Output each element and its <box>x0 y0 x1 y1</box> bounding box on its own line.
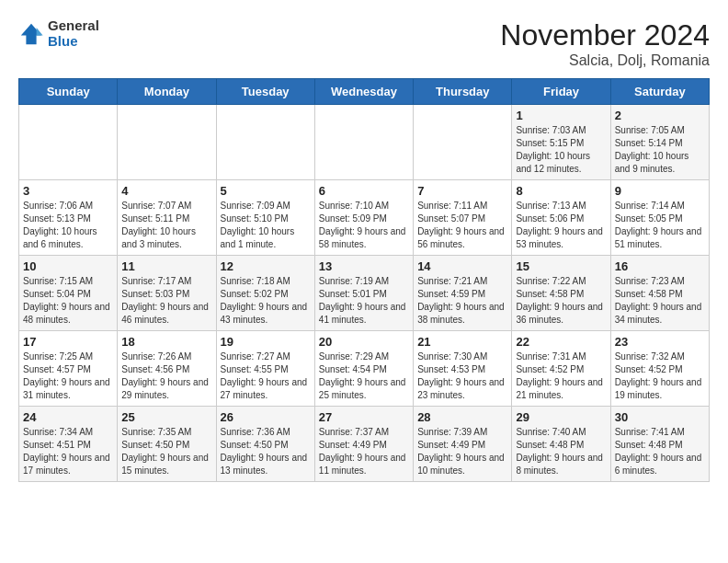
weekday-header: Thursday <box>414 79 512 105</box>
day-info: Sunrise: 7:37 AM Sunset: 4:49 PM Dayligh… <box>319 426 409 477</box>
weekday-header: Tuesday <box>216 79 314 105</box>
calendar-cell: 12Sunrise: 7:18 AM Sunset: 5:02 PM Dayli… <box>216 256 314 331</box>
calendar-body: 1Sunrise: 7:03 AM Sunset: 5:15 PM Daylig… <box>19 105 710 482</box>
calendar-cell: 26Sunrise: 7:36 AM Sunset: 4:50 PM Dayli… <box>216 407 314 482</box>
day-number: 13 <box>319 259 409 273</box>
day-number: 12 <box>221 259 311 273</box>
day-info: Sunrise: 7:40 AM Sunset: 4:48 PM Dayligh… <box>516 426 606 477</box>
calendar-cell: 7Sunrise: 7:11 AM Sunset: 5:07 PM Daylig… <box>414 180 512 256</box>
day-number: 22 <box>516 335 606 349</box>
day-info: Sunrise: 7:41 AM Sunset: 4:48 PM Dayligh… <box>615 426 705 477</box>
calendar-cell: 19Sunrise: 7:27 AM Sunset: 4:55 PM Dayli… <box>216 331 314 407</box>
day-info: Sunrise: 7:13 AM Sunset: 5:06 PM Dayligh… <box>516 200 606 251</box>
calendar-week-row: 17Sunrise: 7:25 AM Sunset: 4:57 PM Dayli… <box>19 331 710 407</box>
logo-text: General Blue <box>48 18 99 49</box>
day-number: 27 <box>319 410 409 424</box>
calendar-cell: 29Sunrise: 7:40 AM Sunset: 4:48 PM Dayli… <box>512 407 610 482</box>
day-info: Sunrise: 7:21 AM Sunset: 4:59 PM Dayligh… <box>417 275 507 327</box>
day-number: 29 <box>516 410 606 424</box>
logo-icon <box>18 21 44 47</box>
calendar-cell: 1Sunrise: 7:03 AM Sunset: 5:15 PM Daylig… <box>512 105 610 180</box>
weekday-header: Sunday <box>19 79 118 105</box>
calendar-cell: 14Sunrise: 7:21 AM Sunset: 4:59 PM Dayli… <box>414 256 512 331</box>
calendar-cell: 22Sunrise: 7:31 AM Sunset: 4:52 PM Dayli… <box>512 331 610 407</box>
day-info: Sunrise: 7:32 AM Sunset: 4:52 PM Dayligh… <box>615 350 705 402</box>
day-number: 20 <box>319 335 409 349</box>
day-number: 23 <box>615 335 705 349</box>
location-title: Salcia, Dolj, Romania <box>500 52 710 69</box>
month-title: November 2024 <box>500 18 710 52</box>
day-number: 16 <box>615 259 705 273</box>
calendar-cell: 10Sunrise: 7:15 AM Sunset: 5:04 PM Dayli… <box>19 256 118 331</box>
calendar-cell <box>314 105 413 180</box>
day-number: 26 <box>221 410 311 424</box>
logo-blue-text: Blue <box>48 34 99 50</box>
logo: General Blue <box>18 18 99 49</box>
day-info: Sunrise: 7:06 AM Sunset: 5:13 PM Dayligh… <box>23 200 113 251</box>
day-info: Sunrise: 7:23 AM Sunset: 4:58 PM Dayligh… <box>615 275 705 327</box>
calendar-table: SundayMondayTuesdayWednesdayThursdayFrid… <box>18 78 710 482</box>
calendar-cell: 28Sunrise: 7:39 AM Sunset: 4:49 PM Dayli… <box>414 407 512 482</box>
calendar-cell: 9Sunrise: 7:14 AM Sunset: 5:05 PM Daylig… <box>610 180 709 256</box>
day-info: Sunrise: 7:27 AM Sunset: 4:55 PM Dayligh… <box>221 350 311 402</box>
day-number: 9 <box>615 184 705 198</box>
day-info: Sunrise: 7:11 AM Sunset: 5:07 PM Dayligh… <box>417 200 507 251</box>
calendar-cell: 24Sunrise: 7:34 AM Sunset: 4:51 PM Dayli… <box>19 407 118 482</box>
calendar-week-row: 24Sunrise: 7:34 AM Sunset: 4:51 PM Dayli… <box>19 407 710 482</box>
day-number: 4 <box>121 184 211 198</box>
calendar-cell: 30Sunrise: 7:41 AM Sunset: 4:48 PM Dayli… <box>610 407 709 482</box>
calendar-cell: 5Sunrise: 7:09 AM Sunset: 5:10 PM Daylig… <box>216 180 314 256</box>
day-number: 1 <box>516 109 606 122</box>
day-number: 10 <box>23 259 113 273</box>
calendar-cell <box>19 105 118 180</box>
day-info: Sunrise: 7:09 AM Sunset: 5:10 PM Dayligh… <box>221 200 311 251</box>
calendar-cell: 23Sunrise: 7:32 AM Sunset: 4:52 PM Dayli… <box>610 331 709 407</box>
day-info: Sunrise: 7:14 AM Sunset: 5:05 PM Dayligh… <box>615 200 705 251</box>
calendar-cell: 6Sunrise: 7:10 AM Sunset: 5:09 PM Daylig… <box>314 180 413 256</box>
calendar-cell: 3Sunrise: 7:06 AM Sunset: 5:13 PM Daylig… <box>19 180 118 256</box>
calendar-cell: 25Sunrise: 7:35 AM Sunset: 4:50 PM Dayli… <box>118 407 216 482</box>
weekday-header: Friday <box>512 79 610 105</box>
day-number: 7 <box>417 184 507 198</box>
calendar-cell: 27Sunrise: 7:37 AM Sunset: 4:49 PM Dayli… <box>314 407 413 482</box>
day-info: Sunrise: 7:31 AM Sunset: 4:52 PM Dayligh… <box>516 350 606 402</box>
weekday-header: Saturday <box>610 79 709 105</box>
calendar-header: SundayMondayTuesdayWednesdayThursdayFrid… <box>19 79 710 105</box>
logo-general-text: General <box>48 18 99 34</box>
day-number: 17 <box>23 335 113 349</box>
calendar-cell: 15Sunrise: 7:22 AM Sunset: 4:58 PM Dayli… <box>512 256 610 331</box>
calendar-cell: 17Sunrise: 7:25 AM Sunset: 4:57 PM Dayli… <box>19 331 118 407</box>
day-info: Sunrise: 7:29 AM Sunset: 4:54 PM Dayligh… <box>319 350 409 402</box>
day-info: Sunrise: 7:30 AM Sunset: 4:53 PM Dayligh… <box>417 350 507 402</box>
day-info: Sunrise: 7:26 AM Sunset: 4:56 PM Dayligh… <box>121 350 211 402</box>
day-number: 28 <box>417 410 507 424</box>
calendar-week-row: 1Sunrise: 7:03 AM Sunset: 5:15 PM Daylig… <box>19 105 710 180</box>
day-info: Sunrise: 7:35 AM Sunset: 4:50 PM Dayligh… <box>121 426 211 477</box>
day-info: Sunrise: 7:36 AM Sunset: 4:50 PM Dayligh… <box>221 426 311 477</box>
calendar-cell: 20Sunrise: 7:29 AM Sunset: 4:54 PM Dayli… <box>314 331 413 407</box>
day-info: Sunrise: 7:07 AM Sunset: 5:11 PM Dayligh… <box>121 200 211 251</box>
calendar-cell: 21Sunrise: 7:30 AM Sunset: 4:53 PM Dayli… <box>414 331 512 407</box>
calendar-cell: 18Sunrise: 7:26 AM Sunset: 4:56 PM Dayli… <box>118 331 216 407</box>
day-info: Sunrise: 7:25 AM Sunset: 4:57 PM Dayligh… <box>23 350 113 402</box>
calendar-cell <box>414 105 512 180</box>
day-info: Sunrise: 7:17 AM Sunset: 5:03 PM Dayligh… <box>121 275 211 327</box>
svg-marker-1 <box>37 28 43 35</box>
day-info: Sunrise: 7:03 AM Sunset: 5:15 PM Dayligh… <box>516 124 606 176</box>
day-info: Sunrise: 7:18 AM Sunset: 5:02 PM Dayligh… <box>221 275 311 327</box>
day-info: Sunrise: 7:10 AM Sunset: 5:09 PM Dayligh… <box>319 200 409 251</box>
weekday-header: Monday <box>118 79 216 105</box>
day-number: 5 <box>221 184 311 198</box>
day-number: 15 <box>516 259 606 273</box>
day-info: Sunrise: 7:05 AM Sunset: 5:14 PM Dayligh… <box>615 124 705 176</box>
calendar-week-row: 10Sunrise: 7:15 AM Sunset: 5:04 PM Dayli… <box>19 256 710 331</box>
calendar-cell: 8Sunrise: 7:13 AM Sunset: 5:06 PM Daylig… <box>512 180 610 256</box>
calendar-cell: 4Sunrise: 7:07 AM Sunset: 5:11 PM Daylig… <box>118 180 216 256</box>
day-number: 6 <box>319 184 409 198</box>
day-number: 24 <box>23 410 113 424</box>
calendar-cell <box>118 105 216 180</box>
day-number: 14 <box>417 259 507 273</box>
day-info: Sunrise: 7:19 AM Sunset: 5:01 PM Dayligh… <box>319 275 409 327</box>
calendar-cell: 2Sunrise: 7:05 AM Sunset: 5:14 PM Daylig… <box>610 105 709 180</box>
day-number: 21 <box>417 335 507 349</box>
